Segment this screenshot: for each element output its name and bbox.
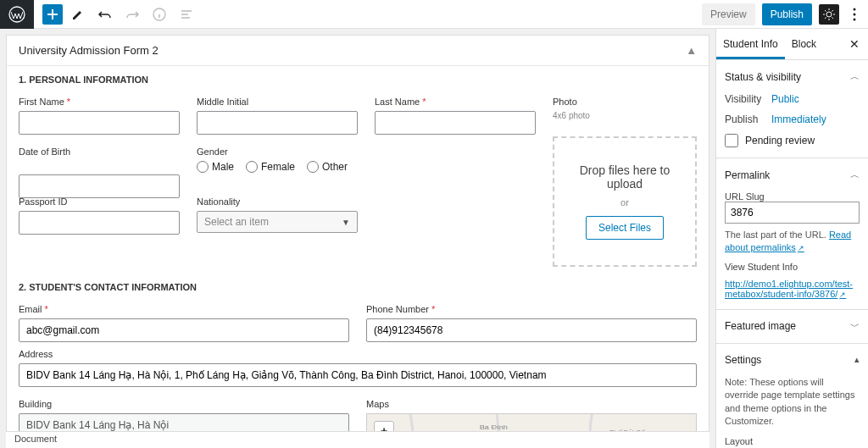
publish-button[interactable]: Publish — [762, 3, 812, 25]
layout-label: Layout — [725, 436, 860, 446]
tab-block[interactable]: Block — [785, 30, 823, 59]
passport-input[interactable] — [19, 211, 180, 235]
visibility-value[interactable]: Public — [771, 93, 799, 105]
svg-text:Ba Đình: Ba Đình — [480, 423, 509, 431]
form-title-row[interactable]: University Admission Form 2 ▲ — [7, 36, 709, 66]
middle-initial-input[interactable] — [197, 111, 358, 135]
permalink-panel-head[interactable]: Permalink︿ — [716, 158, 868, 191]
more-menu-icon[interactable] — [846, 8, 863, 21]
settings-note: Note: These options will override page t… — [725, 376, 860, 429]
outline-icon[interactable] — [175, 3, 198, 26]
wp-logo[interactable] — [0, 0, 34, 29]
phone-label: Phone Number * — [366, 304, 697, 314]
dob-label: Date of Birth — [19, 147, 180, 157]
building-label: Building — [19, 399, 349, 409]
top-toolbar: Preview Publish — [0, 0, 868, 29]
visibility-label: Visibility — [725, 93, 771, 105]
middle-initial-label: Middle Initial — [197, 97, 358, 107]
or-text: or — [563, 197, 687, 207]
add-block-button[interactable] — [42, 4, 63, 25]
chevron-up-icon: ︿ — [850, 70, 860, 83]
first-name-label: First Name * — [19, 97, 180, 107]
chevron-up-icon: ▴ — [854, 354, 860, 365]
status-panel-head[interactable]: Status & visibility︿ — [716, 60, 868, 93]
slug-help: The last part of the URL. Read about per… — [725, 229, 860, 255]
photo-sublabel: 4x6 photo — [553, 111, 697, 120]
last-name-input[interactable] — [375, 111, 536, 135]
address-input[interactable] — [19, 363, 697, 387]
undo-icon[interactable] — [93, 3, 117, 26]
info-icon[interactable] — [147, 3, 171, 26]
form-title: University Admission Form 2 — [19, 44, 159, 57]
settings-sidebar: Student Info Block ✕ Status & visibility… — [715, 29, 868, 448]
preview-button[interactable]: Preview — [702, 3, 755, 25]
building-input — [19, 413, 349, 431]
svg-rect-6 — [367, 414, 696, 431]
map[interactable]: Ba Đình Phố Đội Cấn Phố Kim Mã Phố Chùa … — [366, 413, 697, 431]
gender-other[interactable]: Other — [307, 161, 348, 173]
first-name-input[interactable] — [19, 111, 180, 135]
edit-icon[interactable] — [66, 3, 90, 26]
settings-button[interactable] — [819, 4, 839, 25]
email-input[interactable] — [19, 318, 349, 342]
select-files-button[interactable]: Select Files — [586, 216, 664, 240]
photo-label: Photo — [553, 97, 697, 107]
email-label: Email * — [19, 304, 349, 314]
view-url-link[interactable]: http://demo1.elightup.com/test-metabox/s… — [725, 279, 853, 299]
view-label: View Student Info — [725, 262, 860, 272]
pending-review-checkbox[interactable]: Pending review — [725, 134, 860, 147]
last-name-label: Last Name * — [375, 97, 536, 107]
gender-label: Gender — [197, 147, 358, 157]
footer-breadcrumb[interactable]: Document — [6, 431, 709, 448]
svg-point-5 — [854, 18, 856, 20]
chevron-up-icon: ︿ — [850, 169, 860, 181]
map-zoom[interactable]: + − — [374, 421, 394, 431]
close-sidebar-icon[interactable]: ✕ — [841, 29, 868, 59]
gender-female[interactable]: Female — [246, 161, 295, 173]
address-label: Address — [19, 349, 697, 359]
tab-student-info[interactable]: Student Info — [716, 30, 785, 59]
url-slug-label: URL Slug — [725, 191, 860, 202]
passport-label: Passport ID — [19, 196, 180, 207]
external-icon: ↗ — [839, 290, 846, 299]
nationality-select[interactable]: Select an item▼ — [197, 211, 358, 233]
publish-label: Publish — [725, 113, 771, 125]
drop-text: Drop files here to upload — [563, 163, 687, 191]
redo-icon[interactable] — [120, 3, 144, 26]
url-slug-input[interactable] — [725, 202, 860, 224]
collapse-icon: ▲ — [686, 44, 697, 57]
chevron-down-icon: ▼ — [342, 218, 350, 227]
settings-panel-head[interactable]: Settings▴ — [716, 344, 868, 376]
svg-point-2 — [826, 12, 832, 17]
svg-text:Phố Đội Cấn: Phố Đội Cấn — [609, 429, 648, 431]
zoom-in-button[interactable]: + — [375, 422, 393, 431]
section-2-label: 2. STUDENT'S CONTACT INFORMATION — [7, 274, 709, 299]
editor-area: University Admission Form 2 ▲ 1. PERSONA… — [0, 29, 715, 448]
chevron-down-icon: ﹀ — [850, 320, 860, 333]
featured-image-panel-head[interactable]: Featured image﹀ — [716, 310, 868, 343]
maps-label: Maps — [366, 399, 697, 409]
nationality-label: Nationality — [197, 196, 358, 207]
phone-input[interactable] — [366, 318, 697, 342]
svg-point-4 — [854, 13, 856, 15]
gender-male[interactable]: Male — [197, 161, 234, 173]
photo-upload-box[interactable]: Drop files here to upload or Select File… — [553, 136, 697, 267]
section-1-label: 1. PERSONAL INFORMATION — [7, 66, 709, 91]
external-icon: ↗ — [798, 244, 804, 252]
publish-value[interactable]: Immediately — [771, 113, 826, 125]
svg-point-3 — [854, 8, 856, 10]
